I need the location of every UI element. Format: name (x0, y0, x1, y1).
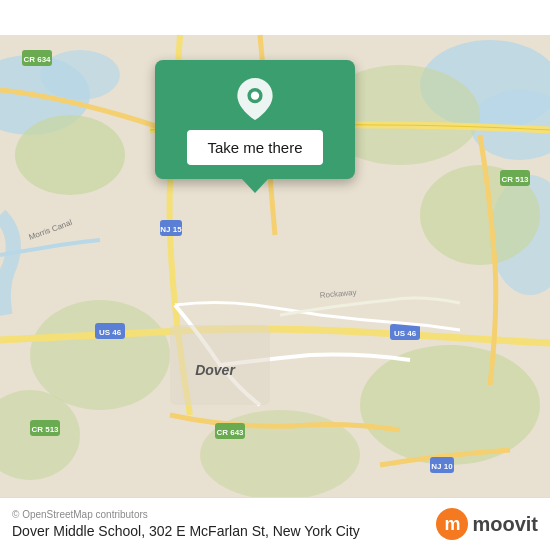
svg-text:NJ 10: NJ 10 (431, 462, 453, 471)
attribution-text: © OpenStreetMap contributors (12, 509, 426, 520)
location-pin-icon (234, 78, 276, 120)
svg-text:US 46: US 46 (394, 329, 417, 338)
svg-text:CR 513: CR 513 (501, 175, 529, 184)
svg-text:CR 634: CR 634 (23, 55, 51, 64)
svg-text:CR 513: CR 513 (31, 425, 59, 434)
svg-text:NJ 15: NJ 15 (160, 225, 182, 234)
svg-point-6 (15, 115, 125, 195)
moovit-logo-letter: m (444, 515, 460, 533)
moovit-brand-name: moovit (472, 513, 538, 536)
location-name-text: Dover Middle School, 302 E McFarlan St, … (12, 523, 426, 539)
svg-point-9 (30, 300, 170, 410)
svg-text:Dover: Dover (195, 362, 236, 378)
map-container: I 80 US 46 US 46 NJ 15 CR 634 CR 513 CR … (0, 0, 550, 550)
svg-point-10 (360, 345, 540, 465)
moovit-logo-circle: m (436, 508, 468, 540)
svg-point-38 (251, 91, 259, 99)
bottom-info: © OpenStreetMap contributors Dover Middl… (12, 509, 426, 539)
location-popup: Take me there (155, 60, 355, 179)
svg-text:US 46: US 46 (99, 328, 122, 337)
take-me-there-button[interactable]: Take me there (187, 130, 322, 165)
svg-text:CR 643: CR 643 (216, 428, 244, 437)
moovit-logo: m moovit (436, 508, 538, 540)
bottom-bar: © OpenStreetMap contributors Dover Middl… (0, 497, 550, 550)
